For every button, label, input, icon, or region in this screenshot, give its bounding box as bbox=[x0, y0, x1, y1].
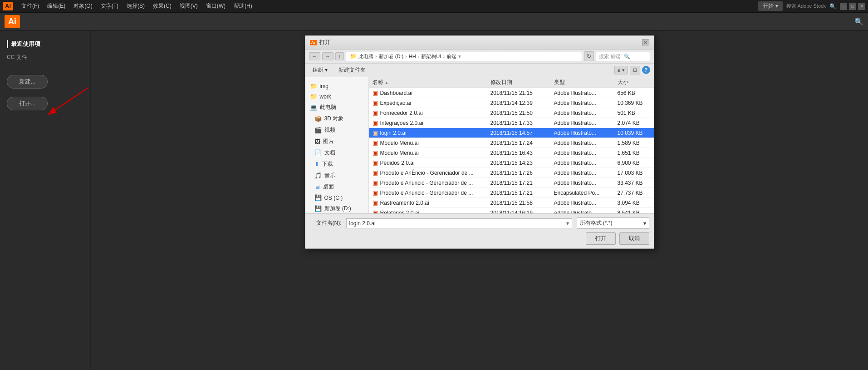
nav-back-button[interactable]: ← bbox=[309, 52, 320, 60]
file-dialog: Ai 打开 ✕ ← → ↑ 📁 此电脑 › 新加卷 (D:) › HH › bbox=[305, 35, 654, 249]
left-panel-item-docs[interactable]: 📄 文档 bbox=[305, 147, 368, 158]
file-row-12[interactable]: ▣ Relatórios 2.0.ai 2018/11/14 16:19 Ado… bbox=[369, 208, 654, 213]
col-date[interactable]: 修改日期 bbox=[490, 79, 554, 86]
view-grid-button[interactable]: ⊞ bbox=[630, 66, 640, 74]
desktop-icon: 🖥 bbox=[314, 183, 320, 190]
docs-icon: 📄 bbox=[314, 149, 322, 156]
left-panel-item-downloads[interactable]: ⬇ 下载 bbox=[305, 158, 368, 170]
file-row-3[interactable]: ▣ Integrações 2.0.ai 2018/11/15 17:33 Ad… bbox=[369, 118, 654, 128]
file-row-4[interactable]: ▣ login 2.0.ai 2018/11/15 14:57 Adobe Il… bbox=[369, 128, 654, 138]
menu-edit[interactable]: 编辑(E) bbox=[44, 1, 69, 11]
toolbar: Ai 🔍 bbox=[0, 13, 868, 31]
file-size-12: 8,541 KB bbox=[618, 210, 654, 214]
left-panel-item-desktop[interactable]: 🖥 桌面 bbox=[305, 181, 368, 192]
file-date-0: 2018/11/15 21:15 bbox=[490, 90, 554, 96]
dialog-cancel-button[interactable]: 取消 bbox=[619, 232, 649, 245]
path-dropdown-arrow: ▾ bbox=[458, 54, 461, 59]
file-icon-3: ▣ bbox=[373, 119, 378, 126]
breadcrumb-part-0[interactable]: 此电脑 bbox=[358, 53, 373, 60]
dialog-body: 📁 img 📁 work 💻 此电脑 📦 3D 对象 bbox=[305, 77, 654, 213]
left-panel-item-os-c[interactable]: 💾 OS (C:) bbox=[305, 192, 368, 203]
minimize-btn[interactable]: ─ bbox=[840, 3, 847, 10]
left-panel-item-img[interactable]: 📁 img bbox=[305, 81, 368, 91]
file-icon-10: ▣ bbox=[373, 189, 378, 196]
menu-help[interactable]: 帮助(H) bbox=[230, 1, 256, 11]
search-placeholder: 搜索"前端" bbox=[599, 53, 623, 60]
search-icon-dialog: 🔍 bbox=[624, 54, 630, 59]
breadcrumb-part-1[interactable]: 新加卷 (D:) bbox=[379, 53, 403, 60]
new-button[interactable]: 新建... bbox=[7, 75, 48, 89]
format-select[interactable]: 所有格式 (*.*) ▾ bbox=[577, 217, 649, 229]
3d-icon: 📦 bbox=[314, 115, 322, 122]
view-list-button[interactable]: ≡ ▾ bbox=[614, 66, 628, 74]
menu-type[interactable]: 文字(T) bbox=[97, 1, 122, 11]
downloads-icon: ⬇ bbox=[314, 161, 319, 168]
file-row-0[interactable]: ▣ Dashboard.ai 2018/11/15 21:15 Adobe Il… bbox=[369, 88, 654, 98]
restore-btn[interactable]: □ bbox=[849, 3, 856, 10]
file-row-7[interactable]: ▣ Pedidos 2.0.ai 2018/11/15 14:23 Adobe … bbox=[369, 158, 654, 168]
col-name[interactable]: 名称 ▲ bbox=[373, 79, 490, 86]
file-size-2: 501 KB bbox=[618, 110, 654, 116]
dialog-open-button[interactable]: 打开 bbox=[586, 232, 616, 245]
breadcrumb-part-2[interactable]: HH bbox=[409, 54, 416, 59]
left-panel-item-video[interactable]: 🎬 视频 bbox=[305, 124, 368, 136]
breadcrumb-part-3[interactable]: 新架构UI bbox=[421, 53, 441, 60]
new-folder-button[interactable]: 新建文件夹 bbox=[335, 65, 369, 75]
file-row-10[interactable]: ▣ Produto e Anúncio - Gerenciador de ...… bbox=[369, 188, 654, 198]
left-panel-item-drive-d[interactable]: 💾 新加卷 (D:) bbox=[305, 203, 368, 213]
file-date-3: 2018/11/15 17:33 bbox=[490, 120, 554, 126]
red-arrow bbox=[43, 88, 98, 142]
view-buttons: ≡ ▾ ⊞ ? bbox=[614, 66, 650, 74]
file-icon-6: ▣ bbox=[373, 149, 378, 156]
filename-input[interactable]: login 2.0.ai ▾ bbox=[346, 218, 572, 228]
file-rows-container: ▣ Dashboard.ai 2018/11/15 21:15 Adobe Il… bbox=[369, 88, 654, 213]
file-row-1[interactable]: ▣ Expedição.ai 2018/11/14 12:39 Adobe Il… bbox=[369, 98, 654, 108]
file-type-8: Adobe Illustrato... bbox=[554, 170, 618, 176]
close-btn-top[interactable]: ✕ bbox=[858, 3, 865, 10]
nav-forward-button[interactable]: → bbox=[322, 52, 333, 60]
menu-effect[interactable]: 效果(C) bbox=[149, 1, 175, 11]
start-button[interactable]: 开始 ▾ bbox=[758, 1, 782, 11]
file-type-9: Adobe Illustrato... bbox=[554, 180, 618, 186]
nav-up-button[interactable]: ↑ bbox=[335, 52, 344, 60]
nav-refresh-button[interactable]: ↻ bbox=[584, 51, 594, 61]
col-type[interactable]: 类型 bbox=[554, 79, 618, 86]
path-breadcrumb[interactable]: 📁 此电脑 › 新加卷 (D:) › HH › 新架构UI › 前端 ▾ bbox=[346, 52, 582, 61]
file-row-8[interactable]: ▣ Produto e AnÊncio - Gerenciador de ...… bbox=[369, 168, 654, 178]
menu-view[interactable]: 视图(V) bbox=[176, 1, 201, 11]
menu-window[interactable]: 窗口(W) bbox=[202, 1, 229, 11]
dialog-close-button[interactable]: ✕ bbox=[642, 39, 649, 46]
file-row-5[interactable]: ▣ Módulo Menu.ai 2018/11/15 17:24 Adobe … bbox=[369, 138, 654, 148]
left-panel-item-music[interactable]: 🎵 音乐 bbox=[305, 170, 368, 181]
drive-d-icon: 💾 bbox=[314, 205, 322, 212]
layout-icon: ⊞ bbox=[633, 67, 637, 73]
menu-object[interactable]: 对象(O) bbox=[70, 1, 96, 11]
left-panel-item-3d[interactable]: 📦 3D 对象 bbox=[305, 113, 368, 124]
file-row-11[interactable]: ▣ Rastreamento 2.0.ai 2018/11/15 21:58 A… bbox=[369, 198, 654, 208]
path-sep-0: › bbox=[375, 54, 377, 59]
organize-button[interactable]: 组织 ▾ bbox=[309, 65, 331, 75]
file-date-6: 2018/11/15 16:43 bbox=[490, 150, 554, 156]
menu-file[interactable]: 文件(F) bbox=[18, 1, 43, 11]
menu-select[interactable]: 选择(S) bbox=[123, 1, 148, 11]
left-panel-item-pictures[interactable]: 🖼 图片 bbox=[305, 136, 368, 147]
path-sep-2: › bbox=[418, 54, 420, 59]
search-icon-top[interactable]: 🔍 bbox=[829, 3, 836, 10]
left-panel-item-work[interactable]: 📁 work bbox=[305, 91, 368, 102]
computer-icon: 💻 bbox=[310, 104, 317, 111]
file-size-0: 656 KB bbox=[618, 90, 654, 96]
dialog-title-text: 打开 bbox=[319, 39, 330, 46]
col-size[interactable]: 大小 bbox=[618, 79, 654, 86]
file-name-8: Produto e AnÊncio - Gerenciador de ... bbox=[380, 170, 474, 176]
breadcrumb-folder-icon: 📁 bbox=[350, 53, 357, 59]
left-panel-item-pc[interactable]: 💻 此电脑 bbox=[305, 102, 368, 113]
file-row-6[interactable]: ▣ Módulo Menu.ai 2018/11/15 16:43 Adobe … bbox=[369, 148, 654, 158]
file-row-2[interactable]: ▣ Fornecedor 2.0.ai 2018/11/15 21:50 Ado… bbox=[369, 108, 654, 118]
open-button[interactable]: 打开... bbox=[7, 97, 48, 110]
search-icon-toolbar[interactable]: 🔍 bbox=[854, 17, 863, 26]
file-row-9[interactable]: ▣ Produto e Anúncio - Gerenciador de ...… bbox=[369, 178, 654, 188]
file-date-10: 2018/11/15 17:21 bbox=[490, 190, 554, 196]
breadcrumb-part-4[interactable]: 前端 bbox=[446, 53, 456, 60]
help-button[interactable]: ? bbox=[642, 66, 650, 74]
search-box[interactable]: 搜索"前端" 🔍 bbox=[596, 52, 650, 61]
